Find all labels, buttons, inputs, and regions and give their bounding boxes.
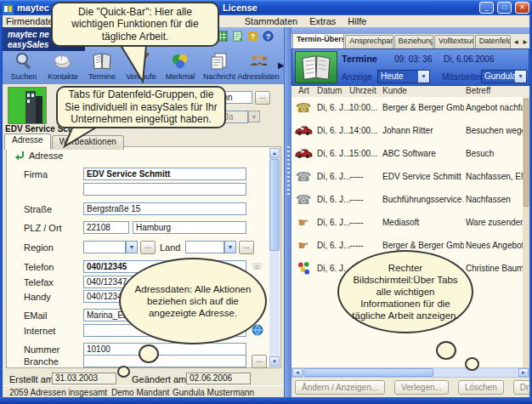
region-browse-button[interactable]: ... — [140, 241, 156, 254]
termin-row[interactable]: ☎Di, 6. J...-----Buchführungsservice Ant… — [291, 189, 523, 212]
close-button[interactable]: ✕ — [515, 2, 529, 14]
toolbar-item-label: Kontakte — [48, 72, 78, 81]
region-label: Region — [24, 242, 54, 253]
tab-termin-übersicht[interactable]: Termin-Übersicht — [292, 33, 344, 48]
group-arrow-icon — [14, 150, 25, 161]
form-scrollbar-thumb[interactable] — [269, 159, 280, 251]
contact-browse-button[interactable]: ... — [255, 91, 270, 105]
menu-item-stammdaten[interactable]: Stammdaten — [239, 16, 303, 26]
termin-row[interactable]: ☛Di, 6. J...-----MediasoftWare zusenden — [291, 212, 523, 235]
branche-browse-button[interactable]: ... — [252, 355, 267, 368]
horizontal-scrollbar[interactable]: ◄ ► — [291, 367, 529, 378]
tab-datenfelder[interactable]: Datenfelder — [475, 35, 511, 48]
help-icon[interactable]: ? — [263, 31, 274, 42]
mitarbeiter-combo-arrow-icon[interactable]: ▼ — [515, 71, 526, 83]
export-icon[interactable] — [232, 31, 243, 42]
company-photo — [8, 87, 47, 124]
tab-ansprechpartner[interactable]: Ansprechpartner — [345, 35, 393, 48]
land-browse-button[interactable]: ... — [239, 241, 254, 254]
column-header-kunde[interactable]: Kunde — [382, 86, 407, 95]
scroll-up-icon[interactable]: ▲ — [269, 148, 280, 158]
button-verlegen-[interactable]: Verlegen... — [394, 380, 449, 395]
land-combo-arrow-icon[interactable]: ▼ — [224, 241, 236, 253]
tab-adresse[interactable]: Adresse — [4, 134, 51, 150]
menu-item-extras[interactable]: Extras — [303, 16, 342, 26]
tab-scroll-right-icon[interactable]: ► — [522, 38, 529, 46]
nummer-field[interactable]: 10100 — [83, 343, 246, 356]
scroll-left-icon[interactable]: ◄ — [292, 368, 303, 377]
cell-uhrzeit: ----- — [349, 195, 364, 204]
mitarbeiter-combo[interactable]: Gundula Must ▼ — [481, 70, 527, 83]
horizontal-scrollbar-thumb[interactable] — [303, 368, 433, 377]
toolbar-item-nachricht[interactable]: Nachricht — [200, 51, 239, 81]
geaendert-am-field: 02.06.2006 — [186, 373, 251, 384]
toolbar-item-kontakte[interactable]: Kontakte — [43, 51, 82, 81]
erstellt-am-label: Erstellt am — [9, 374, 54, 384]
column-header-art[interactable]: Art — [298, 86, 309, 95]
plz-field[interactable]: 22108 — [83, 221, 129, 234]
svg-text:?: ? — [251, 32, 256, 41]
cell-kunde: Mediasoft — [382, 218, 464, 227]
panel-splitter[interactable] — [284, 27, 291, 397]
termin-row[interactable]: ☎Di, 6. J...-----EDV Service SchmittNach… — [291, 166, 523, 189]
callout-tabs: Tabs für Datenfeld-Gruppen, die Sie indi… — [56, 86, 226, 128]
toolbar-item-termine[interactable]: Termine — [82, 51, 122, 81]
cell-uhrzeit: 14:00... — [349, 126, 377, 135]
button-löschen[interactable]: Löschen — [458, 380, 504, 395]
cell-kunde: Berger & Berger GmbH & ... — [382, 241, 464, 250]
termin-row[interactable]: Di, 6. J...14:00...Johann RitterBesuchen… — [291, 120, 523, 143]
tab-scroll-left-icon[interactable]: ◄ — [512, 38, 519, 46]
tab-beziehungen[interactable]: Beziehungen — [394, 35, 434, 48]
region-combo-arrow-icon[interactable]: ▼ — [126, 241, 138, 253]
list-scrollbar-thumb[interactable] — [524, 99, 529, 207]
cell-uhrzeit: ----- — [349, 218, 364, 227]
button-ändern-anzeigen-[interactable]: Ändern / Anzeigen... — [295, 380, 385, 395]
anzeige-combo[interactable]: Heute ▼ — [377, 70, 430, 83]
menu-item-hilfe[interactable]: Hilfe — [342, 16, 372, 26]
branche-field[interactable] — [83, 355, 246, 367]
strasse-field[interactable]: Bergstraße 15 — [83, 202, 246, 215]
anzeige-combo-arrow-icon[interactable]: ▼ — [418, 71, 429, 83]
cell-datum: Di, 6. J... — [317, 103, 350, 112]
question-icon[interactable]: ? — [247, 31, 258, 42]
region-combo[interactable] — [83, 241, 126, 253]
form-scrollbar[interactable]: ▲ ▼ — [269, 148, 280, 367]
cell-betreff: Besuchen wegen Rekl — [466, 126, 523, 135]
ort-field[interactable]: Hamburg — [133, 221, 246, 234]
column-header-uhrzeit[interactable]: Uhrzeit — [349, 86, 376, 95]
land-combo[interactable] — [185, 241, 224, 253]
scroll-down-icon[interactable]: ▼ — [269, 356, 280, 367]
toolbar-item-label: Suchen — [11, 72, 37, 81]
cell-datum: Di, 6. J... — [317, 241, 350, 250]
clock-time: 09: 03: 36 — [394, 54, 432, 64]
toolbar-item-suchen[interactable]: Suchen — [4, 51, 43, 81]
toolbar-item-adresslisten[interactable]: Adresslisten — [239, 51, 278, 81]
termin-row[interactable]: ☎Di, 6. J...10:00...Berger & Berger GmbH… — [291, 97, 523, 120]
werbung-combo-arrow-icon[interactable]: ▼ — [248, 111, 260, 122]
list-scrollbar[interactable] — [523, 97, 529, 367]
phone-call-icon: ☎ — [294, 100, 313, 116]
firma-field[interactable]: EDV Service Schmitt — [83, 168, 246, 180]
minimize-button[interactable]: _ — [479, 2, 494, 14]
tab-volltextsuche[interactable]: Volltextsuche — [434, 35, 474, 48]
message-icon — [209, 51, 229, 71]
termin-row[interactable]: Di, 6. J...15:00...ABC SoftwareBesuch — [291, 143, 523, 166]
column-header-datum[interactable]: Datum — [317, 86, 342, 95]
phone-icon: ☎ — [294, 191, 313, 208]
thought-trail-circle — [436, 341, 456, 360]
toolbar-item-merkmal[interactable]: Merkmal — [161, 51, 200, 81]
firma2-field[interactable] — [83, 183, 246, 196]
phone-icon[interactable]: ☏ — [252, 260, 263, 272]
thought-trail-circle — [465, 357, 479, 371]
plz-ort-label: PLZ / Ort — [24, 223, 62, 233]
status-text-1: 2059 Adressen insgesamt — [9, 388, 107, 397]
column-header-betreff[interactable]: Betreff — [466, 86, 490, 95]
group-icon — [294, 260, 313, 276]
maximize-button[interactable]: □ — [497, 2, 512, 14]
window-title-left: maytec — [17, 3, 49, 13]
toolbar-item-label: Adresslisten — [237, 72, 279, 81]
current-date: Di, 6.06.2006 — [444, 54, 495, 64]
scroll-right-icon[interactable]: ► — [518, 368, 529, 377]
status-text-2: Demo Mandant — [111, 388, 169, 397]
cell-kunde: EDV Service Schmitt — [382, 172, 464, 181]
